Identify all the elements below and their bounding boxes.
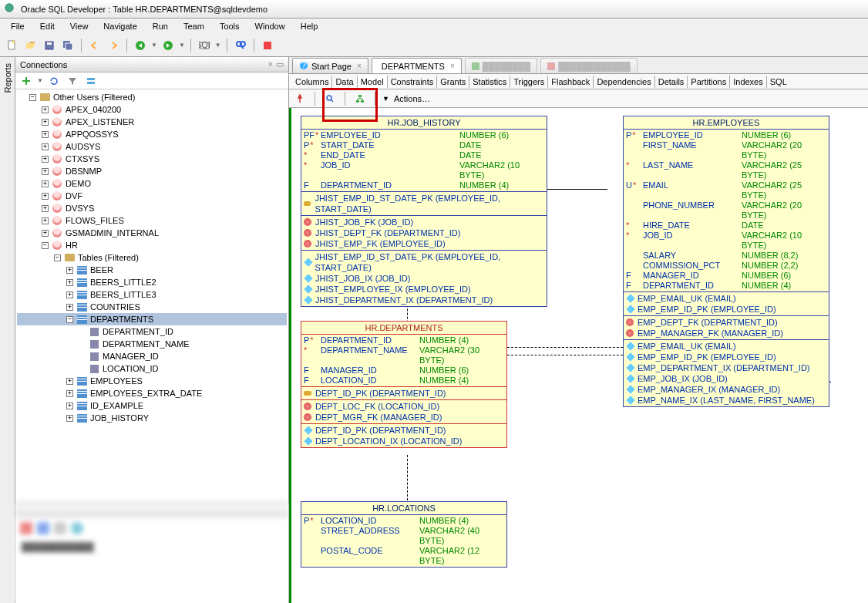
expander-icon[interactable]: + bbox=[66, 291, 73, 298]
subtab-constraints[interactable]: Constraints bbox=[388, 76, 438, 88]
tree-node[interactable]: +EMPLOYEES_EXTRA_DATE bbox=[17, 387, 287, 399]
save-all-button[interactable] bbox=[60, 38, 76, 53]
tree-node[interactable]: MANAGER_ID bbox=[17, 350, 287, 362]
add-connection-button[interactable] bbox=[19, 73, 34, 89]
subtab-indexes[interactable]: Indexes bbox=[730, 76, 767, 88]
tree-node[interactable]: +BEERS_LITTLE3 bbox=[17, 288, 287, 301]
close-icon[interactable]: × bbox=[450, 62, 455, 70]
tree-node[interactable]: +DEMO bbox=[17, 177, 287, 190]
expander-icon[interactable]: − bbox=[29, 94, 36, 101]
entity-locations[interactable]: HR.LOCATIONS P*LOCATION_IDNUMBER (4)STRE… bbox=[301, 501, 507, 568]
expander-icon[interactable]: + bbox=[66, 415, 73, 422]
forward-button[interactable] bbox=[160, 38, 176, 53]
menu-help[interactable]: Help bbox=[294, 20, 325, 32]
expander-icon[interactable]: + bbox=[42, 180, 49, 187]
new-button[interactable] bbox=[5, 38, 20, 53]
expander-icon[interactable]: + bbox=[42, 193, 49, 200]
expander-icon[interactable] bbox=[79, 328, 86, 335]
subtab-partitions[interactable]: Partitions bbox=[688, 76, 730, 88]
tree-node[interactable]: DEPARTMENT_ID bbox=[17, 325, 287, 338]
connections-tree[interactable]: − Other Users (Filtered) +APEX_040200+AP… bbox=[15, 89, 288, 503]
tab-departments[interactable]: DEPARTMENTS × bbox=[372, 58, 462, 73]
reports-dock-tab[interactable]: Reports bbox=[3, 63, 12, 93]
expander-icon[interactable]: + bbox=[42, 205, 49, 212]
expander-icon[interactable]: − bbox=[54, 254, 61, 261]
zoom-button[interactable] bbox=[322, 91, 338, 106]
filter-button[interactable] bbox=[65, 73, 80, 89]
entity-job-history[interactable]: HR.JOB_HISTORY PF*EMPLOYEE_IDNUMBER (6)P… bbox=[301, 116, 547, 307]
subtab-sql[interactable]: SQL bbox=[767, 76, 790, 88]
tree-node[interactable]: +BEER bbox=[17, 264, 287, 276]
menu-navigate[interactable]: Navigate bbox=[97, 20, 143, 32]
tree-node[interactable]: +AUDSYS bbox=[17, 140, 287, 153]
expander-icon[interactable]: − bbox=[66, 316, 73, 323]
entity-departments[interactable]: HR.DEPARTMENTS P*DEPARTMENT_IDNUMBER (4)… bbox=[301, 321, 507, 448]
find-button[interactable] bbox=[233, 38, 248, 53]
tree-node[interactable]: +ID_EXAMPLE bbox=[17, 399, 287, 412]
model-diagram[interactable]: HR.JOB_HISTORY PF*EMPLOYEE_IDNUMBER (6)P… bbox=[289, 108, 868, 603]
collapse-button[interactable] bbox=[83, 73, 99, 89]
tree-node[interactable]: +DBSNMP bbox=[17, 165, 287, 177]
tree-node[interactable]: +APEX_040200 bbox=[17, 103, 287, 116]
menu-window[interactable]: Window bbox=[249, 20, 291, 32]
expander-icon[interactable]: + bbox=[42, 230, 49, 237]
tree-node[interactable]: +APPQOSSYS bbox=[17, 128, 287, 140]
tree-node[interactable]: −HR bbox=[17, 239, 287, 251]
dock-icon[interactable]: ▭ bbox=[276, 59, 284, 69]
back-button[interactable] bbox=[133, 38, 148, 53]
menu-file[interactable]: File bbox=[5, 20, 31, 32]
expander-icon[interactable]: − bbox=[42, 242, 49, 249]
tree-node[interactable]: +COUNTRIES bbox=[17, 301, 287, 313]
subtab-model[interactable]: Model bbox=[358, 76, 388, 88]
actions-button[interactable]: Actions… bbox=[394, 94, 430, 103]
tree-node[interactable]: +FLOWS_FILES bbox=[17, 214, 287, 227]
tree-root[interactable]: − Other Users (Filtered) bbox=[17, 91, 287, 103]
expander-icon[interactable]: + bbox=[42, 131, 49, 138]
tree-node[interactable]: +CTXSYS bbox=[17, 153, 287, 165]
tree-node[interactable]: +GSMADMIN_INTERNAL bbox=[17, 227, 287, 239]
expander-icon[interactable]: + bbox=[42, 119, 49, 126]
dropdown-icon[interactable]: ▼ bbox=[382, 95, 389, 103]
menu-team[interactable]: Team bbox=[177, 20, 210, 32]
tree-node[interactable]: LOCATION_ID bbox=[17, 362, 287, 375]
subtab-dependencies[interactable]: Dependencies bbox=[594, 76, 654, 88]
tree-node[interactable]: DEPARTMENT_NAME bbox=[17, 338, 287, 350]
expander-icon[interactable]: + bbox=[66, 378, 73, 385]
menu-run[interactable]: Run bbox=[146, 20, 174, 32]
tree-node[interactable]: +APEX_LISTENER bbox=[17, 116, 287, 128]
tree-node[interactable]: +BEERS_LITTLE2 bbox=[17, 276, 287, 288]
tab-start-page[interactable]: ? Start Page × bbox=[292, 58, 368, 73]
subtab-details[interactable]: Details bbox=[655, 76, 688, 88]
expander-icon[interactable]: + bbox=[66, 267, 73, 274]
pin-button[interactable] bbox=[292, 91, 308, 106]
expander-icon[interactable]: + bbox=[66, 403, 73, 409]
expander-icon[interactable]: + bbox=[66, 390, 73, 397]
expander-icon[interactable] bbox=[79, 341, 86, 348]
tree-node[interactable]: −Tables (Filtered) bbox=[17, 251, 287, 264]
expander-icon[interactable]: + bbox=[66, 279, 73, 286]
refresh-button[interactable] bbox=[46, 73, 62, 89]
subtab-grants[interactable]: Grants bbox=[437, 76, 469, 88]
expander-icon[interactable]: + bbox=[42, 156, 49, 163]
layout-button[interactable] bbox=[352, 91, 368, 106]
save-button[interactable] bbox=[42, 38, 57, 53]
sql-button[interactable]: SQL bbox=[197, 38, 212, 53]
menu-tools[interactable]: Tools bbox=[214, 20, 246, 32]
expander-icon[interactable]: + bbox=[42, 143, 49, 150]
expander-icon[interactable]: + bbox=[42, 217, 49, 224]
tree-node[interactable]: +JOB_HISTORY bbox=[17, 412, 287, 424]
tree-node[interactable]: +DVSYS bbox=[17, 202, 287, 214]
stop-button[interactable] bbox=[260, 38, 275, 53]
tab-faded-2[interactable]: ████████████ bbox=[540, 58, 638, 73]
expander-icon[interactable]: + bbox=[66, 304, 73, 311]
subtab-columns[interactable]: Columns bbox=[292, 76, 332, 88]
expander-icon[interactable] bbox=[79, 366, 86, 372]
undo-button[interactable] bbox=[87, 38, 103, 53]
tree-node[interactable]: +EMPLOYEES bbox=[17, 375, 287, 387]
expander-icon[interactable]: + bbox=[42, 168, 49, 175]
subtab-data[interactable]: Data bbox=[332, 76, 357, 88]
subtab-statistics[interactable]: Statistics bbox=[469, 76, 510, 88]
close-icon[interactable]: × bbox=[357, 62, 362, 70]
expander-icon[interactable] bbox=[79, 353, 86, 360]
open-button[interactable] bbox=[23, 38, 39, 53]
